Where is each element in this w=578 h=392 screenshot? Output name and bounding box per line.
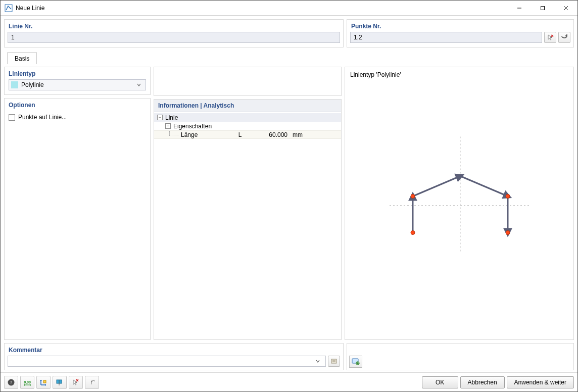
mid-column: Informationen | Analytisch − Linie − Eig… — [154, 67, 342, 340]
points-no-input[interactable] — [350, 32, 542, 43]
coord-tool-button[interactable] — [36, 376, 51, 389]
preview-canvas — [348, 78, 570, 336]
tree-node-line-label: Linie — [165, 114, 178, 121]
line-no-input[interactable] — [8, 32, 340, 43]
minimize-button[interactable] — [508, 1, 531, 15]
preview-settings-button[interactable] — [349, 356, 362, 368]
titlebar: Neue Linie — [1, 1, 577, 16]
tree-node-props[interactable]: − Eigenschaften — [154, 122, 341, 130]
svg-point-9 — [411, 194, 415, 199]
polyline-preview-svg — [348, 78, 570, 336]
apply-next-button[interactable]: Anwenden & weiter — [507, 376, 574, 388]
tree-node-line[interactable]: − Linie — [154, 113, 341, 122]
pick-points-button[interactable] — [544, 32, 556, 43]
property-name: Länge — [154, 131, 230, 138]
svg-text:f: f — [90, 379, 92, 385]
delete-cursor-icon — [72, 378, 80, 386]
svg-text:?: ? — [10, 380, 12, 385]
svg-point-11 — [506, 231, 510, 235]
info-panel: Informationen | Analytisch − Linie − Eig… — [154, 99, 342, 340]
comment-apply-icon — [330, 358, 338, 365]
points-no-label: Punkte Nr. — [347, 20, 573, 32]
options-panel: Optionen Punkte auf Linie... — [4, 98, 151, 340]
info-heading: Informationen | Analytisch — [154, 100, 341, 112]
property-symbol: L — [230, 131, 250, 138]
svg-line-5 — [413, 176, 460, 197]
function-icon: f — [88, 378, 96, 386]
info-tree: − Linie − Eigenschaften Länge L 60.000 — [154, 112, 341, 140]
units-icon: 0,00 — [23, 378, 32, 386]
dialog-content: Linie Nr. Punkte Nr. — [1, 16, 577, 372]
comment-label: Kommentar — [5, 344, 343, 356]
footer: ? 0,00 — [1, 372, 577, 391]
comment-dropdown[interactable] — [8, 356, 326, 367]
app-icon — [5, 4, 13, 12]
middle-area: Linientyp Polylinie Optionen Punkte auf … — [4, 67, 574, 340]
property-row-length[interactable]: Länge L 60.000 mm — [154, 130, 341, 139]
help-button[interactable]: ? — [4, 376, 18, 389]
dialog-window: Neue Linie Linie Nr. Punkte Nr. — [0, 0, 578, 392]
points-on-line-row[interactable]: Punkte auf Linie... — [5, 111, 150, 124]
property-value: 60.000 — [250, 131, 291, 138]
points-on-line-label: Punkte auf Linie... — [18, 114, 67, 121]
collapse-toggle[interactable]: − — [157, 115, 163, 120]
property-unit: mm — [291, 131, 311, 138]
window-title: Neue Linie — [16, 5, 44, 12]
options-label: Optionen — [5, 99, 150, 111]
tree-node-props-label: Eigenschaften — [173, 123, 212, 130]
tab-strip: Basis — [4, 51, 574, 64]
preview-label: Linientyp 'Polylinie' — [345, 67, 573, 78]
svg-point-8 — [411, 231, 415, 235]
number-row: Linie Nr. Punkte Nr. — [4, 19, 574, 47]
linetype-dropdown[interactable]: Polylinie — [9, 79, 146, 90]
cancel-button[interactable]: Abbrechen — [460, 376, 505, 388]
maximize-button[interactable] — [531, 1, 554, 15]
line-no-fieldset: Linie Nr. — [4, 19, 344, 47]
flag-tool-button[interactable] — [53, 376, 67, 389]
svg-rect-1 — [541, 6, 545, 10]
reverse-order-button[interactable] — [558, 32, 570, 43]
tab-basis[interactable]: Basis — [7, 52, 37, 64]
svg-point-10 — [506, 194, 510, 199]
svg-rect-0 — [5, 5, 12, 12]
line-no-label: Linie Nr. — [5, 20, 343, 32]
display-settings-icon — [352, 358, 360, 366]
svg-rect-18 — [43, 380, 46, 383]
points-no-fieldset: Punkte Nr. — [347, 19, 574, 47]
preview-toolbar-panel — [347, 343, 574, 370]
close-button[interactable] — [554, 1, 577, 15]
linetype-color-swatch — [11, 81, 18, 88]
help-icon: ? — [7, 378, 15, 386]
pick-cursor-icon — [547, 34, 554, 41]
linetype-selected: Polylinie — [21, 81, 136, 88]
collapse-toggle[interactable]: − — [165, 123, 171, 129]
delete-point-button[interactable] — [69, 376, 83, 389]
blank-spacer-panel — [154, 67, 342, 96]
chevron-down-icon — [136, 82, 144, 87]
comment-action-button[interactable] — [328, 356, 340, 367]
right-column: Linientyp 'Polylinie' — [345, 67, 574, 340]
svg-rect-12 — [331, 359, 336, 363]
flag-icon — [56, 378, 64, 386]
units-button[interactable]: 0,00 — [20, 376, 34, 389]
svg-line-6 — [460, 176, 508, 197]
bottom-row: Kommentar — [4, 343, 574, 370]
reverse-arrow-icon — [560, 34, 568, 41]
svg-text:0,00: 0,00 — [24, 380, 31, 384]
left-column: Linientyp Polylinie Optionen Punkte auf … — [4, 67, 151, 340]
comment-panel: Kommentar — [4, 343, 344, 370]
points-on-line-checkbox[interactable] — [9, 114, 15, 121]
coord-axis-icon — [39, 378, 47, 386]
chevron-down-icon — [315, 359, 323, 364]
preview-panel: Linientyp 'Polylinie' — [345, 67, 574, 340]
linetype-panel: Linientyp Polylinie — [4, 67, 151, 95]
ok-button[interactable]: OK — [422, 376, 458, 388]
linetype-label: Linientyp — [5, 67, 150, 79]
function-tool-button[interactable]: f — [85, 376, 99, 389]
